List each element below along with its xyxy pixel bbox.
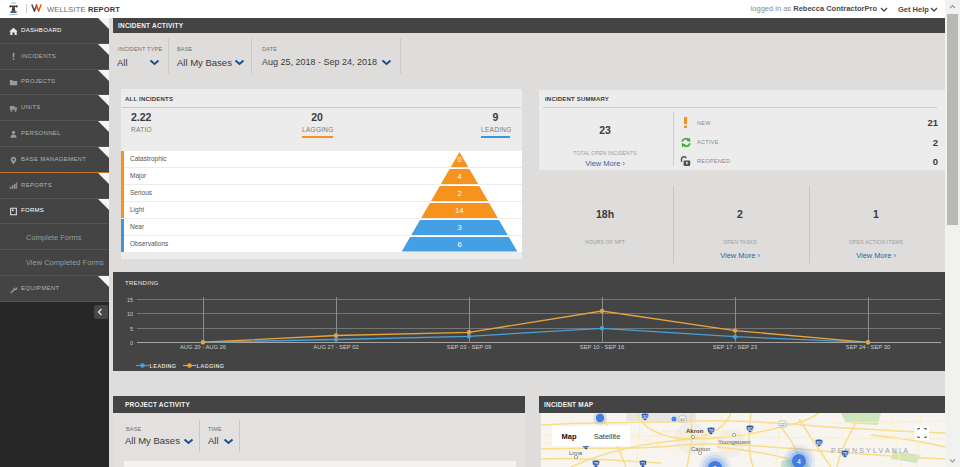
svg-text:14: 14 (455, 206, 463, 215)
svg-text:AUG 20 - AUG 26: AUG 20 - AUG 26 (180, 344, 226, 350)
svg-text:SEP 10 - SEP 16: SEP 10 - SEP 16 (580, 344, 624, 350)
svg-text:Satellite: Satellite (594, 432, 621, 441)
svg-text:75: 75 (593, 462, 599, 467)
svg-text:80: 80 (816, 441, 822, 446)
svg-text:AUG 27 - SEP 02: AUG 27 - SEP 02 (313, 344, 358, 350)
svg-text:SEP 24 - SEP 30: SEP 24 - SEP 30 (846, 344, 890, 350)
svg-text:Akron: Akron (686, 428, 704, 434)
svg-text:76: 76 (842, 452, 848, 457)
svg-text:90: 90 (642, 415, 648, 420)
svg-text:Canton: Canton (691, 446, 710, 452)
svg-text:4: 4 (797, 458, 801, 465)
svg-text:22: 22 (780, 422, 785, 427)
svg-text:Youngstown: Youngstown (718, 439, 750, 445)
svg-text:71: 71 (640, 462, 646, 467)
svg-text:LAGGING: LAGGING (197, 363, 225, 369)
svg-text:76: 76 (708, 429, 714, 434)
svg-text:2: 2 (457, 189, 461, 198)
svg-text:0: 0 (457, 155, 461, 164)
svg-text:3: 3 (457, 223, 461, 232)
svg-text:5: 5 (130, 326, 133, 332)
svg-text:SEP 03 - SEP 09: SEP 03 - SEP 09 (447, 344, 491, 350)
svg-text:Map: Map (562, 432, 577, 441)
svg-text:LEADING: LEADING (150, 363, 177, 369)
svg-text:10: 10 (127, 311, 133, 317)
svg-text:15: 15 (127, 297, 133, 303)
svg-text:4: 4 (457, 172, 461, 181)
svg-text:Lima: Lima (569, 450, 583, 456)
svg-text:62: 62 (680, 417, 685, 422)
svg-text:0: 0 (130, 340, 133, 346)
svg-text:SEP 17 - SEP 23: SEP 17 - SEP 23 (713, 344, 757, 350)
svg-text:80: 80 (747, 427, 753, 432)
svg-text:6: 6 (457, 240, 461, 249)
